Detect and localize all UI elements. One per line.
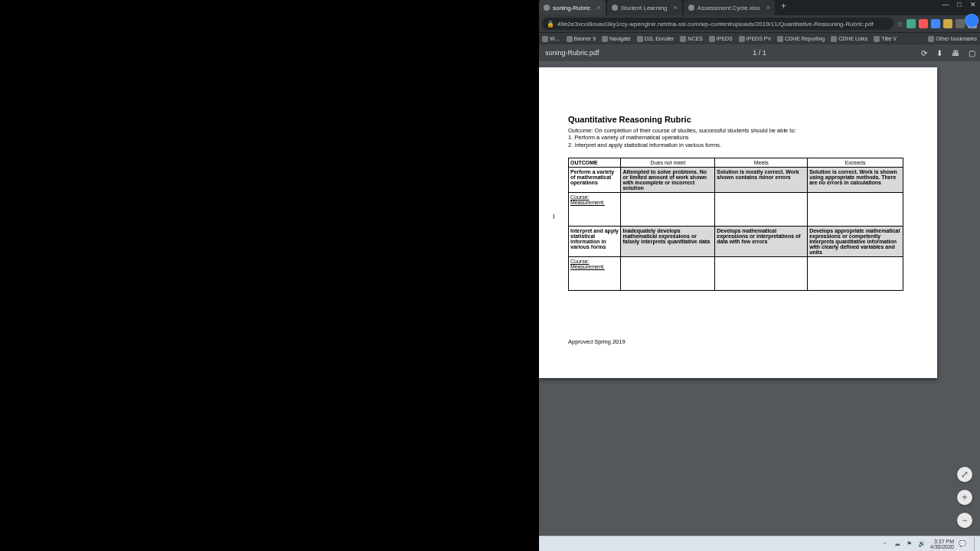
tab[interactable]: Assessment Cycle.xlsx × bbox=[684, 0, 775, 15]
table-row: Course: Measurement: bbox=[569, 257, 903, 291]
close-icon[interactable]: × bbox=[674, 4, 678, 11]
bookmark-label: CDHE Reporting bbox=[785, 36, 825, 41]
notifications-icon[interactable]: 💬 bbox=[959, 540, 966, 548]
bookmark-icon bbox=[542, 36, 548, 42]
empty-cell bbox=[621, 257, 715, 291]
page-icon bbox=[688, 5, 694, 11]
exceeds-cell: Develops appropriate mathematical expres… bbox=[808, 227, 903, 257]
tab-active[interactable]: soning-Rubric × bbox=[539, 0, 606, 15]
bookmark-icon bbox=[831, 36, 837, 42]
profile-avatar[interactable] bbox=[965, 14, 978, 28]
bookmark-label: NCES bbox=[688, 36, 702, 41]
bookmark-label: Title V bbox=[881, 36, 897, 41]
bookmark-icon bbox=[602, 36, 608, 42]
time-text: 3:37 PM bbox=[930, 539, 954, 544]
network-icon[interactable]: ⚑ bbox=[906, 540, 913, 548]
text-cursor-icon: I bbox=[553, 213, 555, 220]
extension-icon[interactable] bbox=[906, 19, 916, 28]
tab-title: Assessment Cycle.xlsx bbox=[697, 5, 760, 11]
empty-cell bbox=[621, 193, 715, 227]
window-controls: — □ ✕ bbox=[939, 0, 980, 12]
pdf-icon bbox=[544, 5, 550, 11]
bookmark-star-icon[interactable]: ☆ bbox=[897, 20, 903, 28]
bookmark-item[interactable]: NCES bbox=[680, 36, 702, 42]
extension-icon[interactable] bbox=[956, 19, 965, 28]
date-text: 4/30/2020 bbox=[930, 544, 954, 549]
table-header-row: OUTCOME Does not meet Meets Exceeds bbox=[569, 158, 903, 168]
doc-title: Quantitative Reasoning Rubric bbox=[568, 115, 908, 124]
maximize-button[interactable]: □ bbox=[952, 0, 966, 11]
empty-cell bbox=[808, 257, 903, 291]
extension-icon[interactable] bbox=[919, 19, 928, 28]
bookmark-label: D2L Enroller bbox=[645, 36, 675, 41]
volume-icon[interactable]: 🔊 bbox=[918, 540, 926, 548]
pdf-page: I Quantitative Reasoning Rubric Outcome:… bbox=[539, 67, 937, 378]
download-icon[interactable]: ⬇ bbox=[936, 49, 942, 57]
bookmark-label: IPEDS PV bbox=[746, 36, 771, 41]
bookmark-item[interactable]: IPEDS PV bbox=[739, 36, 771, 42]
bookmark-item[interactable]: D2L Enroller bbox=[637, 36, 675, 42]
titlebar: soning-Rubric × Student Learning × Asses… bbox=[539, 0, 980, 15]
minimize-button[interactable]: — bbox=[939, 0, 952, 11]
course-cell: Course: Measurement: bbox=[569, 193, 621, 227]
col-meets: Meets bbox=[715, 158, 808, 168]
bookmark-item[interactable]: CDHE Links bbox=[831, 36, 867, 42]
doc-intro: Outcome: On completion of their course o… bbox=[568, 127, 908, 148]
browser-window: soning-Rubric × Student Learning × Asses… bbox=[539, 0, 980, 551]
bookmark-item[interactable]: Banner 9 bbox=[567, 36, 596, 42]
omnibox[interactable]: 🔒 49e2e3xco0lovaxi3ky1rcy-wpengine.netdn… bbox=[542, 18, 893, 30]
reload-icon[interactable]: ⟳ bbox=[921, 49, 927, 57]
pdf-toolbar: soning-Rubric.pdf 1 / 1 ⟳ ⬇ 🖶 ▢ bbox=[539, 44, 980, 61]
fit-page-button[interactable]: ⤢ bbox=[957, 467, 972, 482]
bookmark-label: CDHE Links bbox=[838, 36, 867, 41]
dnm-cell: Inadequately develops mathematical expre… bbox=[621, 227, 715, 257]
rubric-table: OUTCOME Does not meet Meets Exceeds Perf… bbox=[568, 158, 903, 291]
extension-icon[interactable] bbox=[931, 19, 940, 28]
bookmarks-bar: W… Banner 9 Navigate D2L Enroller NCES I… bbox=[539, 32, 980, 44]
bookmark-item[interactable]: Title V bbox=[874, 36, 897, 42]
bookmark-item[interactable]: CDHE Reporting bbox=[777, 36, 825, 42]
bookmark-label: Navigate bbox=[609, 36, 631, 41]
clock[interactable]: 3:37 PM 4/30/2020 bbox=[930, 539, 954, 549]
bookmark-label: W… bbox=[550, 36, 560, 41]
close-icon[interactable]: × bbox=[766, 4, 770, 11]
chevron-up-icon[interactable]: ^ bbox=[881, 540, 889, 548]
bullet-2: 2. Interpret and apply statistical infor… bbox=[568, 142, 908, 148]
tab-strip: soning-Rubric × Student Learning × Asses… bbox=[539, 0, 791, 15]
bookmark-icon bbox=[874, 36, 880, 42]
tab-title: soning-Rubric bbox=[553, 5, 590, 11]
bookmark-item[interactable]: IPEDS bbox=[709, 36, 733, 42]
onedrive-icon[interactable]: ☁ bbox=[893, 540, 901, 548]
close-icon[interactable]: × bbox=[596, 4, 600, 11]
bookmark-label: Banner 9 bbox=[574, 36, 596, 41]
approved-line: Approved Spring 2019 bbox=[568, 338, 908, 345]
pdf-viewport[interactable]: I Quantitative Reasoning Rubric Outcome:… bbox=[539, 61, 980, 551]
course-label: Course: bbox=[570, 259, 619, 264]
zoom-in-button[interactable]: + bbox=[957, 490, 972, 505]
col-outcome: OUTCOME bbox=[569, 158, 621, 168]
extension-icon[interactable] bbox=[943, 19, 952, 28]
close-window-button[interactable]: ✕ bbox=[966, 0, 980, 11]
bookmark-item[interactable]: W… bbox=[542, 36, 560, 42]
show-desktop-button[interactable] bbox=[974, 537, 977, 551]
table-row: Perform a variety of mathematical operat… bbox=[569, 168, 903, 193]
bullet-1: 1. Perform a variety of mathematical ope… bbox=[568, 134, 908, 141]
bookmark-item[interactable]: Navigate bbox=[602, 36, 631, 42]
empty-cell bbox=[715, 257, 808, 291]
bookmark-icon bbox=[777, 36, 783, 42]
exceeds-cell: Solution is correct. Work is shown using… bbox=[808, 168, 903, 193]
new-tab-button[interactable]: + bbox=[776, 0, 791, 15]
meets-cell: Solution is mostly correct. Work shown c… bbox=[715, 168, 808, 193]
present-icon[interactable]: ▢ bbox=[969, 49, 975, 57]
pdf-filename: soning-Rubric.pdf bbox=[545, 49, 599, 57]
zoom-out-button[interactable]: − bbox=[957, 513, 972, 528]
page-icon bbox=[612, 5, 618, 11]
system-tray: ^ ☁ ⚑ 🔊 3:37 PM 4/30/2020 💬 bbox=[881, 537, 980, 551]
bookmark-icon bbox=[739, 36, 745, 42]
windows-taskbar[interactable]: ^ ☁ ⚑ 🔊 3:37 PM 4/30/2020 💬 bbox=[539, 536, 980, 551]
print-icon[interactable]: 🖶 bbox=[952, 49, 959, 57]
bookmark-icon bbox=[709, 36, 715, 42]
table-row: Course: Measurement: bbox=[569, 193, 903, 227]
other-bookmarks[interactable]: Other bookmarks bbox=[928, 36, 977, 42]
tab[interactable]: Student Learning × bbox=[607, 0, 682, 15]
